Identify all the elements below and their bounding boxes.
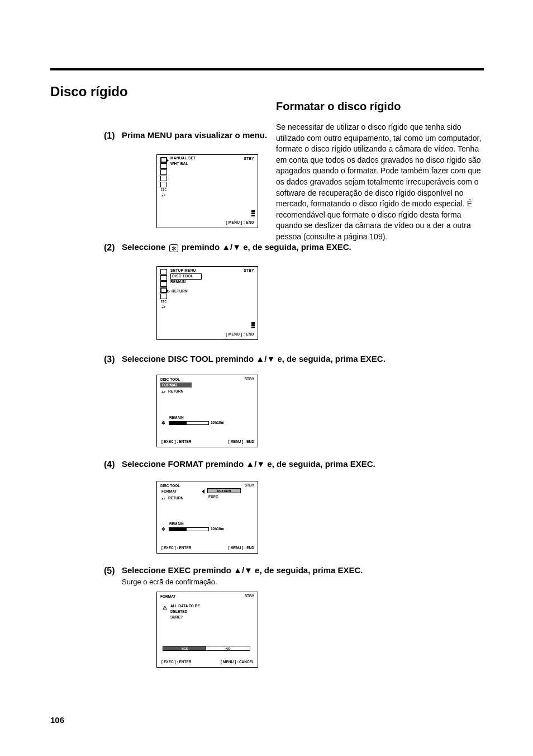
remain-slider (169, 421, 209, 425)
gear-icon: ✲ (161, 527, 165, 533)
intro-block: Formatar o disco rígido Se necessitar de… (276, 98, 483, 243)
remain-label: REMAIN (169, 522, 184, 527)
lcd-hint: [ MENU ] : END (226, 332, 254, 337)
gear-icon: ✲ (161, 420, 165, 427)
lcd-title: DISC TOOL (160, 484, 180, 489)
return-icon: ⮐ (160, 305, 167, 310)
step-extra: Surge o ecrã de confirmação. (122, 577, 484, 587)
step-number: (2) (104, 242, 117, 254)
lcd-screen-4: DISC TOOL STBY FORMAT RETURN EXEC ⮐ RETU… (156, 481, 258, 554)
lcd-hint: [ MENU ] : END (226, 220, 254, 225)
chapter-title: Disco rígido (50, 83, 128, 101)
triangle-left-icon (202, 489, 204, 494)
up-arrow-icon (246, 459, 254, 469)
lcd-status: STBY (245, 483, 254, 488)
remain-slider (169, 527, 209, 531)
lcd-title: SETUP MENU (170, 268, 196, 273)
remain-value: 10h10m (211, 527, 224, 532)
battery-icon (251, 210, 255, 216)
down-arrow-icon (244, 565, 253, 575)
menu-icon-etc: ETC (160, 188, 167, 192)
lcd-screen-3: DISC TOOL STBY FORMAT ⮐ RETURN ✲ REMAIN … (156, 375, 258, 447)
page-number: 106 (50, 715, 64, 726)
down-arrow-icon (266, 354, 275, 363)
confirm-bar: YESNO (163, 646, 252, 651)
step-number: (3) (104, 353, 117, 366)
step-text: Seleccione FORMAT premindo / e, de segui… (122, 459, 484, 470)
option-exec: EXEC (208, 495, 218, 500)
lcd-title: DISC TOOL (160, 377, 180, 382)
lcd-screen-2: ETC ⮐ SETUP MENU DISC TOOL REMAIN RETURN… (156, 266, 258, 340)
lcd-return: RETURN (168, 389, 183, 394)
gear-icon: ✲ (169, 244, 178, 252)
lcd-status: STBY (244, 268, 254, 273)
return-icon: ⮐ (161, 496, 165, 501)
menu-icon-column: ETC ⮐ (160, 157, 168, 199)
lcd-status: STBY (245, 377, 254, 382)
lcd-status: STBY (244, 157, 254, 162)
step-text: Seleccione ✲ premindo / e, de seguida, p… (122, 242, 484, 253)
menu-icon (160, 269, 167, 275)
return-icon: ⮐ (166, 289, 170, 294)
lcd-row-selected: DISC TOOL (170, 273, 202, 280)
option-return: RETURN (207, 488, 241, 493)
menu-icon (160, 182, 167, 187)
no-button[interactable]: NO (206, 646, 250, 651)
step-number: (1) (104, 130, 117, 142)
battery-icon (251, 322, 255, 328)
down-arrow-icon (232, 242, 241, 252)
remain-label: REMAIN (169, 415, 184, 420)
lcd-item: FORMAT (161, 489, 177, 494)
step-text: Seleccione DISC TOOL premindo / e, de se… (122, 353, 484, 365)
lcd-return: RETURN (168, 496, 183, 501)
menu-icon (160, 281, 167, 287)
section-heading: Formatar o disco rígido (276, 98, 483, 114)
up-arrow-icon (234, 565, 242, 575)
warning-text: ALL DATA TO BE DELETED SURE? (170, 603, 200, 620)
yes-button[interactable]: YES (163, 646, 206, 651)
lcd-screen-1: ETC ⮐ MANUAL SET WHT BAL STBY [ MENU ] :… (156, 154, 258, 228)
menu-icon (160, 275, 167, 281)
menu-icon (160, 169, 167, 175)
header-rule (50, 68, 484, 70)
lcd-screen-5: FORMAT STBY ⚠ ALL DATA TO BE DELETED SUR… (156, 592, 258, 668)
up-arrow-icon (222, 242, 230, 252)
remain-value: 10h10m (211, 420, 224, 426)
step-number: (4) (104, 459, 117, 471)
step-text-content: Prima MENU para visualizar o menu. (122, 130, 267, 140)
lcd-title: MANUAL SET (170, 156, 196, 161)
step-text: Prima MENU para visualizar o menu. (122, 130, 484, 141)
lcd-row: REMAIN (170, 280, 185, 285)
lcd-hint-exec: [ EXEC ] : ENTER (161, 440, 191, 445)
lcd-hint-end: [ MENU ] : END (228, 440, 254, 445)
return-icon: ⮐ (161, 389, 165, 394)
up-arrow-icon (256, 354, 264, 363)
menu-icon (160, 294, 167, 299)
lcd-hint-end: [ MENU ] : END (228, 546, 254, 551)
menu-icon-selected (160, 157, 167, 163)
menu-icon (160, 163, 167, 169)
step-text: Seleccione EXEC premindo / e, de seguida… (122, 565, 484, 576)
menu-icon (160, 176, 167, 181)
lcd-title: FORMAT (160, 594, 175, 599)
menu-icon-etc: ETC (160, 300, 167, 304)
lcd-hint-exec: [ EXEC ] : ENTER (161, 660, 191, 665)
lcd-hint-cancel: [ MENU ] : CANCEL (221, 660, 254, 665)
down-arrow-icon (256, 459, 265, 469)
lcd-status: STBY (245, 594, 254, 599)
return-icon: ⮐ (160, 193, 167, 198)
warning-icon: ⚠ (163, 604, 167, 611)
lcd-hint-exec: [ EXEC ] : ENTER (161, 546, 191, 551)
step-number: (5) (104, 565, 117, 577)
lcd-row: WHT BAL (170, 162, 188, 167)
lcd-return: RETURN (172, 289, 188, 294)
lcd-item-selected: FORMAT (160, 382, 192, 388)
